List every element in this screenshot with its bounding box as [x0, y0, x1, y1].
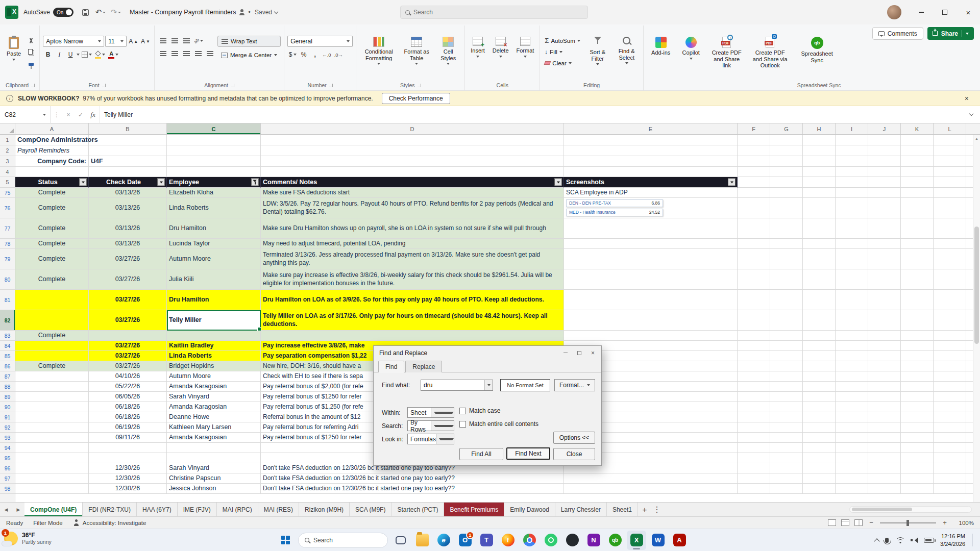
cell-B81[interactable]: 03/27/26	[89, 290, 167, 310]
cell-E75[interactable]: SCA Employee in ADP	[564, 188, 738, 198]
row-header-2[interactable]: 2	[0, 145, 15, 156]
cell-C79[interactable]: Autumn Moore	[167, 249, 261, 269]
column-header-B[interactable]: B	[89, 123, 167, 134]
page-layout-view-button[interactable]	[841, 519, 849, 526]
cell-B83[interactable]	[89, 331, 167, 341]
cell-D4[interactable]	[261, 167, 564, 177]
cell-C88[interactable]: Amanda Karagosian	[167, 382, 261, 392]
sheet-tab-compone-u4f-[interactable]: CompOne (U4F)	[24, 503, 83, 516]
percent-style-button[interactable]: %	[299, 49, 309, 60]
dialog-close-button[interactable]: ×	[586, 347, 600, 358]
sheet-tab-haa-6y7-[interactable]: HAA (6Y7)	[137, 503, 178, 516]
delete-cells-button[interactable]: Delete	[490, 36, 511, 59]
insert-function-icon[interactable]: fx	[87, 111, 99, 119]
underline-button[interactable]: U	[65, 49, 76, 60]
tab-find[interactable]: Find	[378, 361, 404, 372]
cancel-icon[interactable]: ×	[62, 111, 75, 118]
sheet-nav-left-icon[interactable]: ◀	[0, 503, 12, 516]
zoom-slider-thumb[interactable]	[906, 520, 909, 526]
word-icon[interactable]: W	[648, 531, 668, 550]
cell-C96[interactable]: Sarah Vinyard	[167, 463, 261, 473]
wifi-icon[interactable]	[896, 537, 904, 543]
filter-button-status[interactable]	[79, 179, 87, 186]
wrap-text-button[interactable]: Wrap Text	[217, 36, 281, 47]
dialog-launcher-icon[interactable]	[418, 84, 421, 87]
cell-C87[interactable]: Autumn Moore	[167, 371, 261, 382]
find-what-combo[interactable]	[421, 380, 493, 391]
cell-D75[interactable]: Make sure FSA deductions start	[261, 188, 564, 198]
cell-A77[interactable]: Complete	[15, 218, 89, 239]
formula-input[interactable]: Telly Miller	[99, 106, 963, 123]
minimize-button[interactable]	[910, 0, 933, 24]
row-header-81[interactable]: 81	[0, 290, 15, 310]
share-button[interactable]: Share	[927, 27, 974, 40]
cell-C75[interactable]: Elizabeth Kloha	[167, 188, 261, 198]
sheet-tab-mai-rpc-[interactable]: MAI (RPC)	[217, 503, 258, 516]
match-case-checkbox[interactable]: Match case	[459, 407, 500, 414]
cell-A86[interactable]: Complete	[15, 361, 89, 371]
cell-D80[interactable]: Make sure pay increase is effective 3/8/…	[261, 269, 564, 290]
new-sheet-button[interactable]: +	[638, 503, 651, 516]
format-as-table-button[interactable]: Format as Table	[401, 36, 432, 66]
cell-D79[interactable]: Terminated 3/13/26. Jess already process…	[261, 249, 564, 269]
find-what-input[interactable]	[421, 382, 484, 389]
screenshot-thumbnail[interactable]: DEN - DEN PRE-TAX6.86	[566, 199, 663, 207]
cell-E77[interactable]	[564, 218, 738, 239]
increase-indent-button[interactable]	[205, 48, 215, 59]
cell-B75[interactable]: 03/13/26	[89, 188, 167, 198]
dialog-maximize-button[interactable]	[572, 347, 586, 358]
cut-button[interactable]	[26, 36, 36, 46]
cell-C77[interactable]: Dru Hamilton	[167, 218, 261, 239]
row-header-75[interactable]: 75	[0, 188, 15, 198]
header-cell-A5[interactable]: Status	[15, 177, 89, 188]
align-middle-button[interactable]	[169, 36, 180, 46]
cell-B3[interactable]: U4F	[89, 156, 167, 167]
filter-button-screenshots[interactable]	[728, 179, 736, 186]
cell-C81[interactable]: Dru Hamilton	[167, 290, 261, 310]
cell-A75[interactable]: Complete	[15, 188, 89, 198]
row-header-3[interactable]: 3	[0, 156, 15, 167]
task-view-icon[interactable]	[391, 531, 410, 550]
row-header-76[interactable]: 76	[0, 198, 15, 218]
battery-icon[interactable]	[924, 538, 934, 543]
insert-cells-button[interactable]: Insert	[468, 36, 487, 59]
sort-filter-button[interactable]: Sort & Filter	[584, 36, 611, 66]
cell-C90[interactable]: Amanda Karagosian	[167, 402, 261, 412]
row-header-96[interactable]: 96	[0, 463, 15, 473]
cell-A82[interactable]	[15, 310, 89, 331]
header-cell-C5[interactable]: Employee	[167, 177, 261, 188]
fill-button[interactable]: ↓Fill	[543, 47, 581, 57]
row-header-89[interactable]: 89	[0, 392, 15, 402]
cell-B92[interactable]: 06/19/26	[89, 422, 167, 433]
cell-C98[interactable]: Jessica Johnson	[167, 484, 261, 494]
cell-C83[interactable]	[167, 331, 261, 341]
cell-B77[interactable]: 03/13/26	[89, 218, 167, 239]
cell-D98[interactable]: Don't take FSA deduction on 12/30/26 bc …	[261, 484, 564, 494]
column-header-L[interactable]: L	[934, 123, 966, 134]
cell-B78[interactable]: 03/13/26	[89, 239, 167, 249]
column-header-H[interactable]: H	[803, 123, 836, 134]
cell-D76[interactable]: LDW: 3/5/26. Pay 72 regular hours. Payou…	[261, 198, 564, 218]
sheet-tab-rizikon-m9h-[interactable]: Rizikon (M9H)	[299, 503, 350, 516]
sheet-tabs-overflow-icon[interactable]: ⋮	[651, 503, 663, 516]
find-select-button[interactable]: Find & Select	[614, 36, 640, 65]
tab-replace[interactable]: Replace	[405, 361, 442, 372]
header-cell-D5[interactable]: Comments/ Notes	[261, 177, 564, 188]
cell-C78[interactable]: Lucinda Taylor	[167, 239, 261, 249]
cell-D83[interactable]	[261, 331, 564, 341]
within-select[interactable]: Sheet	[407, 407, 454, 418]
cell-E4[interactable]	[564, 167, 738, 177]
cell-B96[interactable]: 12/30/26	[89, 463, 167, 473]
cell-E78[interactable]	[564, 239, 738, 249]
cell-C3[interactable]	[167, 156, 261, 167]
saved-status[interactable]: • Saved	[248, 9, 278, 16]
column-header-I[interactable]: I	[836, 123, 868, 134]
scroll-up-icon[interactable]: ▲	[973, 135, 980, 142]
show-desktop-button[interactable]	[972, 534, 975, 547]
sheet-tab-ime-fjv-[interactable]: IME (FJV)	[178, 503, 217, 516]
row-header-90[interactable]: 90	[0, 402, 15, 412]
cell-B98[interactable]: 12/30/26	[89, 484, 167, 494]
name-box[interactable]: C82	[0, 106, 51, 123]
filter-button-check-date[interactable]	[157, 179, 165, 186]
sheet-nav-right-icon[interactable]: ▶	[12, 503, 24, 516]
